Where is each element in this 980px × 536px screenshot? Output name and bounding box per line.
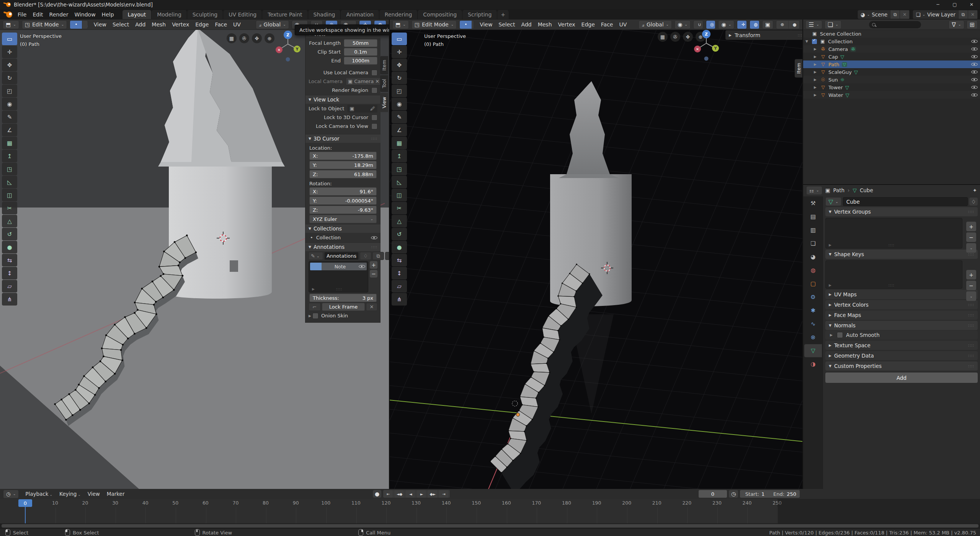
breadcrumb-object[interactable]: Path bbox=[833, 187, 844, 193]
tool-button[interactable]: ◺ bbox=[2, 176, 17, 188]
lock-frame-button[interactable]: Lock Frame bbox=[322, 303, 365, 311]
view-layer-selector[interactable]: ❏⌄View Layer ⧉ ✕ bbox=[913, 10, 978, 19]
shield-icon[interactable]: ♢ bbox=[360, 252, 371, 260]
viewport-menu-item[interactable]: UV bbox=[616, 21, 630, 28]
eye-icon[interactable] bbox=[971, 46, 978, 52]
add-layer-button[interactable]: + bbox=[370, 261, 377, 269]
tool-button[interactable]: ↻ bbox=[2, 72, 17, 84]
negative-z-ball[interactable] bbox=[286, 57, 290, 62]
proportional-editing-icon[interactable]: ◎ bbox=[706, 21, 716, 29]
tool-button[interactable]: ✎ bbox=[2, 111, 17, 123]
clear-icon[interactable]: ✕ bbox=[375, 78, 379, 84]
tool-button[interactable]: ↕ bbox=[2, 267, 17, 279]
viewport-menu-item[interactable]: Add bbox=[518, 21, 535, 28]
tool-button[interactable]: ◫ bbox=[392, 189, 407, 201]
shape-key-specials-button[interactable]: ⌄ bbox=[966, 291, 976, 301]
wireframe-shading-button[interactable]: ⊕ bbox=[776, 21, 789, 29]
filter-funnel-dropdown[interactable]: ∇⌄ bbox=[949, 20, 964, 29]
cursor-location-z[interactable]: Z:61.88m bbox=[309, 170, 377, 178]
3d-cursor-section-header[interactable]: ▼3D Cursor:::: bbox=[305, 134, 381, 143]
projection-icon[interactable]: ▦ bbox=[658, 32, 668, 42]
gizmo-icon[interactable]: ✛ bbox=[737, 21, 747, 29]
camera-view-icon[interactable]: ✇ bbox=[239, 33, 249, 43]
transform-orientation-dropdown[interactable]: ⟓Global⌄ bbox=[639, 20, 672, 29]
camera-view-icon[interactable]: ✇ bbox=[670, 32, 680, 42]
eye-icon[interactable] bbox=[971, 77, 978, 83]
maximize-button[interactable]: ▢ bbox=[946, 0, 963, 9]
add-vertex-group-button[interactable]: + bbox=[966, 222, 976, 231]
visibility-dropdown[interactable]: ◉⌄ bbox=[718, 20, 734, 29]
timeline-menu-item[interactable]: Playback bbox=[22, 490, 56, 498]
playhead-line[interactable] bbox=[25, 507, 26, 523]
tool-button[interactable]: ⋔ bbox=[392, 293, 407, 306]
cursor-location-y[interactable]: Y:18.29m bbox=[309, 161, 377, 169]
tool-button[interactable]: ✂ bbox=[2, 202, 17, 214]
workspace-tab[interactable]: UV Editing bbox=[223, 10, 262, 19]
viewport-menu-item[interactable]: Vertex bbox=[169, 21, 192, 28]
tool-button[interactable]: ↥ bbox=[392, 150, 407, 162]
eye-icon[interactable] bbox=[971, 38, 978, 44]
xray-toggle[interactable]: ▣ bbox=[762, 20, 773, 29]
viewport-menu-item[interactable]: Select bbox=[495, 21, 518, 28]
transport-button[interactable]: ◆► bbox=[428, 490, 439, 498]
render-region-checkbox[interactable] bbox=[371, 87, 377, 93]
tool-button[interactable]: ● bbox=[2, 241, 17, 253]
workspace-tab[interactable]: Modeling bbox=[152, 10, 187, 19]
editor-type-button[interactable]: ⬒⌄ bbox=[392, 20, 409, 29]
normals-header[interactable]: ▼Normals:::: bbox=[825, 321, 978, 330]
new-scene-button[interactable]: ⧉ bbox=[890, 10, 900, 19]
stopwatch-icon[interactable]: ◷ bbox=[729, 490, 738, 498]
navigation-gizmo[interactable]: Z Y ✕ bbox=[691, 29, 722, 64]
workspace-tab[interactable]: Layout bbox=[122, 10, 152, 19]
mesh-data-icon[interactable]: ▽ bbox=[845, 92, 849, 98]
properties-tab[interactable]: ▤ bbox=[804, 210, 822, 223]
mesh-data-dropdown[interactable]: ▽⌄ bbox=[825, 197, 841, 206]
timeline-menu-item[interactable]: Keying bbox=[56, 490, 84, 498]
unlink-scene-button[interactable]: ✕ bbox=[900, 10, 909, 19]
tool-button[interactable]: ◫ bbox=[2, 189, 17, 201]
tool-button[interactable]: ◰ bbox=[2, 85, 17, 97]
collection-row[interactable]: •Collection bbox=[309, 234, 377, 242]
properties-editor-icon[interactable]: ⚏⌄ bbox=[806, 186, 822, 195]
scrollbar-thumb[interactable] bbox=[2, 524, 978, 528]
viewport-menu-item[interactable]: Edge bbox=[578, 21, 598, 28]
add-custom-property-button[interactable]: Add bbox=[825, 373, 978, 383]
sidebar-tab-view[interactable]: View bbox=[380, 93, 388, 112]
eyedropper-icon[interactable]: 🖉 bbox=[370, 106, 375, 111]
vertex-groups-list[interactable]: ▶:::: bbox=[825, 218, 962, 248]
mesh-data-icon[interactable]: ▽ bbox=[854, 69, 858, 75]
outliner-filter-dropdown[interactable]: ❏⌄ bbox=[825, 20, 841, 29]
face-maps-header[interactable]: ▶Face Maps:::: bbox=[825, 310, 978, 320]
search-input[interactable] bbox=[869, 21, 921, 28]
workspace-tab[interactable]: Compositing bbox=[418, 10, 462, 19]
shape-keys-header[interactable]: ▼Shape Keys:::: bbox=[825, 250, 978, 259]
viewport-menu-item[interactable]: Vertex bbox=[555, 21, 578, 28]
focal-length-field[interactable]: 50mm bbox=[344, 39, 377, 47]
projection-icon[interactable]: ▦ bbox=[227, 33, 237, 43]
object-row-scaleguy[interactable]: ▶▽ ScaleGuy ▽ bbox=[803, 68, 980, 76]
tool-button[interactable]: ◳ bbox=[2, 163, 17, 175]
transport-button[interactable]: ⇤ bbox=[383, 490, 394, 498]
pivot-point-dropdown[interactable]: ◉⌄ bbox=[675, 20, 691, 29]
vertex-select-button[interactable]: • bbox=[70, 21, 82, 29]
add-workspace-button[interactable]: + bbox=[497, 10, 509, 19]
timeline-menu-item[interactable]: View bbox=[84, 490, 103, 498]
topbar-menu-item[interactable]: Render bbox=[46, 11, 72, 18]
mesh-data-icon[interactable]: ▽ bbox=[845, 85, 849, 90]
viewport-menu-item[interactable]: Add bbox=[132, 21, 149, 28]
solid-shading-button[interactable]: ● bbox=[789, 21, 800, 29]
frame-ruler[interactable]: 0102030405060708090100110120130140150160… bbox=[10, 499, 792, 507]
object-row-cap[interactable]: ▶▽ Cap ▽ bbox=[803, 53, 980, 60]
frame-start-field[interactable]: Start:1 bbox=[740, 490, 770, 498]
new-collection-button[interactable]: ⊞ bbox=[967, 20, 978, 29]
tool-button[interactable]: ∠ bbox=[2, 124, 17, 136]
viewport-menu-item[interactable]: Face bbox=[212, 21, 230, 28]
frame-end-field[interactable]: End:250 bbox=[770, 490, 800, 498]
object-row-tower[interactable]: ▶▽ Tower ▽ bbox=[803, 83, 980, 91]
topbar-menu-item[interactable]: Edit bbox=[29, 11, 46, 18]
lock-object-field[interactable]: ▣🖉 bbox=[347, 105, 377, 113]
display-mode-dropdown[interactable]: ☰⌄ bbox=[805, 20, 822, 29]
workspace-tab[interactable]: Animation bbox=[341, 10, 379, 19]
remove-shape-key-button[interactable]: − bbox=[966, 281, 976, 290]
viewport-menu-item[interactable]: View bbox=[477, 21, 495, 28]
